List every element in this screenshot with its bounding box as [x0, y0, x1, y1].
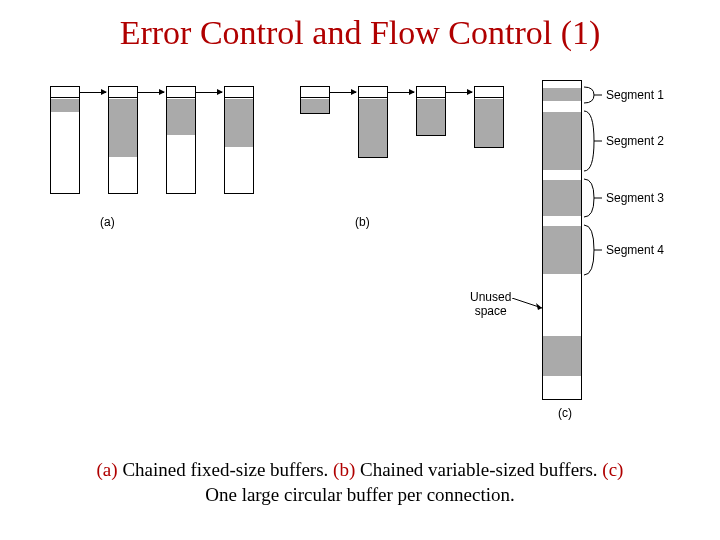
- cap-b: (b): [333, 459, 355, 480]
- c-seg3: [543, 180, 581, 216]
- c-seg4: [543, 226, 581, 274]
- bracket-seg4: [584, 224, 602, 276]
- b-seg4: [475, 99, 503, 147]
- label-b: (b): [355, 215, 370, 229]
- label-c: (c): [558, 406, 572, 420]
- cap-c-txt: One large circular buffer per connection…: [205, 484, 514, 505]
- a-head-3: [166, 86, 196, 98]
- c-seg2: [543, 112, 581, 170]
- a-head-4: [224, 86, 254, 98]
- bracket-seg2: [584, 110, 602, 172]
- cap-b-txt: Chained variable-sized buffers.: [355, 459, 602, 480]
- b-head-4: [474, 86, 504, 98]
- seg4-label: Segment 4: [606, 243, 664, 257]
- a-arrow-1: [80, 92, 106, 93]
- b-seg3: [417, 99, 445, 135]
- label-a: (a): [100, 215, 115, 229]
- cap-a: (a): [97, 459, 118, 480]
- b-arrow-2: [388, 92, 414, 93]
- b-head-1: [300, 86, 330, 98]
- a-seg3: [167, 99, 195, 135]
- b-head-2: [358, 86, 388, 98]
- b-seg1: [301, 99, 329, 113]
- b-head-3: [416, 86, 446, 98]
- a-head-1: [50, 86, 80, 98]
- seg1-label: Segment 1: [606, 88, 664, 102]
- a-seg1: [51, 99, 79, 112]
- buffer-diagram: (a) (b) Segment 1 Segment: [30, 80, 690, 440]
- bracket-seg1: [584, 86, 602, 104]
- cap-c: (c): [602, 459, 623, 480]
- cap-a-txt: Chained fixed-size buffers.: [118, 459, 333, 480]
- a-arrow-3: [196, 92, 222, 93]
- a-seg2: [109, 99, 137, 157]
- bracket-seg3: [584, 178, 602, 218]
- seg2-label: Segment 2: [606, 134, 664, 148]
- b-seg2: [359, 99, 387, 157]
- b-arrow-3: [446, 92, 472, 93]
- seg3-label: Segment 3: [606, 191, 664, 205]
- a-seg4: [225, 99, 253, 147]
- unused-label: Unused space: [470, 290, 511, 318]
- unused-leader: [512, 298, 546, 312]
- c-seg-extra: [543, 336, 581, 376]
- a-head-2: [108, 86, 138, 98]
- a-arrow-2: [138, 92, 164, 93]
- slide-title: Error Control and Flow Control (1): [0, 14, 720, 52]
- c-seg1: [543, 88, 581, 101]
- b-arrow-1: [330, 92, 356, 93]
- caption: (a) Chained fixed-size buffers. (b) Chai…: [0, 457, 720, 508]
